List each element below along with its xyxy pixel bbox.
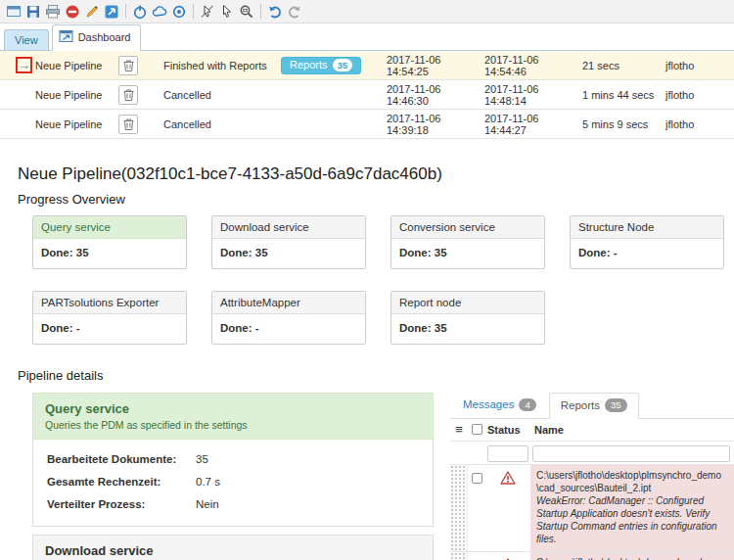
reports-button-label: Reports xyxy=(290,59,328,70)
cursor-icon[interactable] xyxy=(217,2,237,22)
print-icon[interactable] xyxy=(43,2,63,22)
tab-dashboard[interactable]: Dashboard xyxy=(52,24,142,51)
run-start-time: 2017-11-06 14:46:30 xyxy=(387,83,484,107)
undo-icon[interactable] xyxy=(265,2,285,22)
stat-row: Bearbeitete Dokumente: 35 xyxy=(47,453,419,465)
query-service-subtitle: Queries the PDM as specified in the sett… xyxy=(45,419,421,431)
progress-card-title: Structure Node xyxy=(571,216,723,239)
stat-value: 35 xyxy=(196,453,208,465)
progress-overview-label: Progress Overview xyxy=(18,192,734,207)
pipeline-name: Neue Pipeline xyxy=(35,60,118,71)
report-row[interactable]: C:\users\jflotho\desktop\plmsynchro_demo… xyxy=(450,465,734,552)
progress-card-value: Done: 35 xyxy=(391,314,544,344)
query-service-panel: Query service Queries the PDM as specifi… xyxy=(32,393,434,527)
progress-card: Conversion service Done: 35 xyxy=(390,215,545,269)
select-all-checkbox[interactable] xyxy=(472,424,482,435)
stat-value: Nein xyxy=(196,498,219,510)
stat-label: Gesamte Rechenzeit: xyxy=(47,476,196,488)
run-duration: 1 mins 44 secs xyxy=(582,89,665,101)
reports-tab-bar: Messages 4 Reports 35 xyxy=(450,393,734,419)
progress-cards: Query service Done: 35 Download service … xyxy=(32,215,724,345)
application-window: View Dashboard → Neue Pipeline Finished … xyxy=(0,0,734,560)
run-end-time: 2017-11-06 14:44:27 xyxy=(484,113,582,136)
name-column-header: Name xyxy=(530,424,734,436)
power-icon[interactable] xyxy=(130,2,150,22)
query-service-title: Query service xyxy=(45,401,421,416)
stat-row: Verteilter Prozess: Nein xyxy=(47,498,419,510)
reports-panel: Messages 4 Reports 35 ≡ Status Name xyxy=(450,393,734,560)
delete-pipeline-button[interactable] xyxy=(118,56,138,75)
progress-card-value: Done: 35 xyxy=(391,239,544,268)
table-menu-icon[interactable]: ≡ xyxy=(455,423,463,436)
progress-card-value: Done: 35 xyxy=(33,239,186,268)
report-error-message: WeakError: CadManager :: Configured Star… xyxy=(536,495,717,544)
stat-label: Verteilter Prozess: xyxy=(47,498,196,510)
open-pipeline-arrow-icon[interactable]: → xyxy=(18,59,30,71)
tab-view[interactable]: View xyxy=(4,29,49,50)
app-window-icon[interactable] xyxy=(4,2,23,22)
run-duration: 21 secs xyxy=(582,60,665,71)
progress-card: Structure Node Done: - xyxy=(570,215,724,269)
tab-messages[interactable]: Messages 4 xyxy=(452,393,547,418)
cloud-icon[interactable] xyxy=(150,2,169,22)
node-details-list: Query service Queries the PDM as specifi… xyxy=(32,393,434,560)
redo-icon[interactable] xyxy=(285,2,304,22)
progress-card: AttributeMapper Done: - xyxy=(211,291,366,345)
save-icon[interactable] xyxy=(23,2,43,22)
pipeline-run-row[interactable]: → Neue Pipeline Finished with Reports Re… xyxy=(0,51,734,80)
reports-filter-row xyxy=(450,442,734,465)
toolbar-separator xyxy=(260,4,261,19)
stat-row: Gesamte Rechenzeit: 0.7 s xyxy=(47,476,419,488)
stop-icon[interactable] xyxy=(63,2,82,22)
tab-reports-label: Reports xyxy=(561,399,600,411)
pipeline-run-row[interactable]: Neue Pipeline Cancelled 2017-11-06 14:39… xyxy=(0,110,734,139)
row-drag-handle xyxy=(450,465,468,551)
stat-value: 0.7 s xyxy=(196,476,220,488)
pipeline-name: Neue Pipeline xyxy=(35,118,118,130)
pipeline-run-table: → Neue Pipeline Finished with Reports Re… xyxy=(0,51,734,139)
tab-dashboard-label: Dashboard xyxy=(78,31,131,43)
progress-card-value: Done: 35 xyxy=(212,239,365,268)
export-icon[interactable] xyxy=(102,2,121,22)
delete-pipeline-button[interactable] xyxy=(118,115,138,134)
delete-pipeline-button[interactable] xyxy=(118,85,138,105)
reports-count-badge: 35 xyxy=(333,59,353,71)
status-filter-input[interactable] xyxy=(487,445,528,462)
progress-card-title: Download service xyxy=(212,216,365,239)
progress-card: PARTsolutions Exporter Done: - xyxy=(32,291,187,345)
run-status: Cancelled xyxy=(163,89,281,101)
run-user: jflotho xyxy=(665,89,734,101)
annotation-highlight: → xyxy=(16,57,32,73)
run-user: jflotho xyxy=(665,60,734,71)
status-column-header: Status xyxy=(485,424,530,436)
tab-bar: View Dashboard xyxy=(0,23,734,51)
progress-card-title: PARTsolutions Exporter xyxy=(33,292,186,314)
progress-card-title: Query service xyxy=(33,216,186,239)
stat-label: Bearbeitete Dokumente: xyxy=(47,453,196,465)
row-checkbox[interactable] xyxy=(472,473,482,484)
name-filter-input[interactable] xyxy=(532,445,730,462)
reports-count-badge: 35 xyxy=(605,398,627,412)
warning-icon xyxy=(500,471,516,551)
run-end-time: 2017-11-06 14:48:14 xyxy=(484,83,582,107)
pipeline-name: Neue Pipeline xyxy=(35,89,118,101)
progress-card-value: Done: - xyxy=(212,314,365,344)
tab-reports[interactable]: Reports 35 xyxy=(549,393,639,419)
pointer-line-icon[interactable] xyxy=(198,2,217,22)
run-end-time: 2017-11-06 14:54:46 xyxy=(484,54,582,77)
tab-messages-label: Messages xyxy=(463,398,514,410)
run-user: jflotho xyxy=(665,118,734,130)
run-duration: 5 mins 9 secs xyxy=(582,118,665,130)
progress-card-value: Done: - xyxy=(33,314,186,344)
run-start-time: 2017-11-06 14:39:18 xyxy=(387,113,484,136)
record-icon[interactable] xyxy=(169,2,189,22)
reports-button[interactable]: Reports 35 xyxy=(281,57,361,74)
progress-card-value: Done: - xyxy=(571,239,723,268)
zoom-region-icon[interactable] xyxy=(237,2,256,22)
pipeline-run-row[interactable]: Neue Pipeline Cancelled 2017-11-06 14:46… xyxy=(0,80,734,110)
design-tools-icon[interactable] xyxy=(82,2,102,22)
progress-card: Query service Done: 35 xyxy=(32,215,187,269)
row-drag-handle xyxy=(450,552,468,560)
toolbar-separator xyxy=(193,4,194,19)
report-row[interactable]: C:\users\jflotho\desktop\plmsynchro_demo… xyxy=(450,552,734,560)
